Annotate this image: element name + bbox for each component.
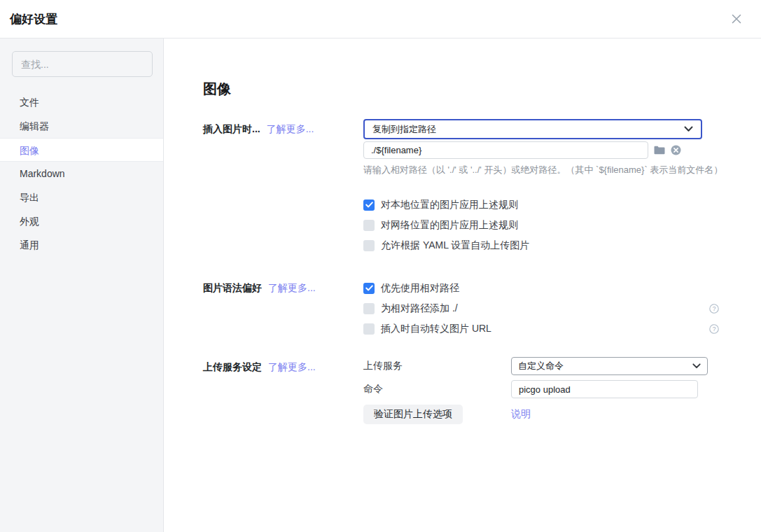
search-input[interactable] (12, 51, 153, 77)
sidebar-item-export[interactable]: 导出 (0, 186, 163, 209)
upload-help-link[interactable]: 说明 (511, 408, 531, 421)
sidebar: 文件 编辑器 图像 Markdown 导出 外观 通用 (0, 38, 164, 532)
window-body: 文件 编辑器 图像 Markdown 导出 外观 通用 图像 插入图片时...了… (0, 38, 761, 532)
page-title: 图像 (203, 80, 761, 97)
insert-action-select[interactable]: 复制到指定路径 (363, 119, 702, 139)
section-image-syntax: 图片语法偏好了解更多... 优先使用相对路径 为相对路径添加 ./ (203, 278, 761, 339)
section-upload-label-group: 上传服务设定了解更多... (203, 357, 363, 424)
question-circle-icon: ? (709, 304, 719, 314)
checkbox-add-dot-slash[interactable] (363, 303, 375, 314)
checkbox-relative-path[interactable] (363, 283, 375, 294)
chevron-down-icon (692, 363, 701, 369)
help-button-escape-url[interactable]: ? (709, 324, 719, 334)
sidebar-item-file[interactable]: 文件 (0, 90, 163, 114)
section-insert-label-group: 插入图片时...了解更多... (203, 119, 363, 255)
section-insert-image: 插入图片时...了解更多... 复制到指定路径 (203, 119, 761, 255)
svg-text:?: ? (713, 305, 716, 312)
insert-action-select-value: 复制到指定路径 (372, 123, 436, 136)
insert-learn-more-link[interactable]: 了解更多... (267, 123, 314, 134)
question-circle-icon: ? (709, 324, 719, 334)
window-title: 偏好设置 (10, 11, 57, 27)
close-icon (731, 13, 742, 24)
checkbox-yaml-upload-label: 允许根据 YAML 设置自动上传图片 (381, 239, 529, 252)
copy-path-input[interactable] (363, 141, 648, 159)
clear-path-button[interactable] (671, 145, 681, 155)
titlebar: 偏好设置 (0, 0, 761, 38)
svg-text:?: ? (713, 326, 716, 332)
validate-row: 验证图片上传选项 说明 (363, 405, 720, 424)
command-row: 命令 (363, 380, 720, 398)
checkbox-yaml-upload[interactable] (363, 240, 375, 251)
path-hint-text: 请输入相对路径（以 './' 或 '../' 开头）或绝对路径。（其中 `${f… (363, 164, 720, 176)
section-upload-controls: 上传服务 自定义命令 命令 验证图片上传选项 (363, 357, 720, 424)
section-upload-service: 上传服务设定了解更多... 上传服务 自定义命令 命令 (203, 357, 761, 424)
folder-icon (654, 146, 665, 155)
checkbox-row-escape-url[interactable]: 插入时自动转义图片 URL ? (363, 318, 720, 339)
checkbox-row-add-dot-slash[interactable]: 为相对路径添加 ./ ? (363, 298, 720, 318)
checkbox-local-images-label: 对本地位置的图片应用上述规则 (381, 199, 518, 211)
checkbox-network-images-label: 对网络位置的图片应用上述规则 (381, 219, 518, 232)
upload-service-select[interactable]: 自定义命令 (511, 357, 708, 375)
close-button[interactable] (729, 12, 743, 26)
upload-service-row: 上传服务 自定义命令 (363, 357, 720, 375)
checkbox-network-images[interactable] (363, 220, 375, 231)
section-syntax-label: 图片语法偏好 (203, 282, 262, 293)
section-syntax-controls: 优先使用相对路径 为相对路径添加 ./ ? (363, 278, 720, 339)
chevron-down-icon (684, 126, 693, 132)
checkbox-row-network-images[interactable]: 对网络位置的图片应用上述规则 (363, 215, 720, 235)
insert-checkbox-group: 对本地位置的图片应用上述规则 对网络位置的图片应用上述规则 (363, 195, 720, 255)
preferences-window: 偏好设置 文件 编辑器 图像 Markdown 导出 外观 通用 图像 插入图片… (0, 0, 761, 532)
checkbox-add-dot-slash-label: 为相对路径添加 ./ (381, 302, 458, 315)
validate-upload-button[interactable]: 验证图片上传选项 (363, 405, 463, 424)
checkbox-row-local-images[interactable]: 对本地位置的图片应用上述规则 (363, 195, 720, 215)
checkbox-row-relative-path[interactable]: 优先使用相对路径 (363, 278, 720, 298)
upload-service-select-value: 自定义命令 (518, 360, 564, 372)
sidebar-item-markdown[interactable]: Markdown (0, 162, 163, 186)
section-syntax-label-group: 图片语法偏好了解更多... (203, 278, 363, 339)
checkbox-local-images[interactable] (363, 200, 375, 211)
upload-learn-more-link[interactable]: 了解更多... (268, 361, 316, 372)
section-upload-label: 上传服务设定 (203, 361, 262, 372)
checkbox-row-yaml-upload[interactable]: 允许根据 YAML 设置自动上传图片 (363, 235, 720, 255)
section-insert-controls: 复制到指定路径 请输入相对路径（以 './ (363, 119, 720, 255)
help-button-add-dot-slash[interactable]: ? (709, 304, 719, 314)
section-insert-label: 插入图片时... (203, 123, 260, 134)
checkbox-escape-url-label: 插入时自动转义图片 URL (381, 323, 491, 335)
sidebar-item-image[interactable]: 图像 (0, 138, 163, 162)
checkbox-escape-url[interactable] (363, 323, 375, 335)
command-label: 命令 (363, 383, 511, 396)
main-panel: 图像 插入图片时...了解更多... 复制到指定路径 (164, 38, 761, 532)
clear-circle-icon (671, 145, 681, 155)
checkmark-icon (365, 285, 373, 291)
syntax-learn-more-link[interactable]: 了解更多... (268, 282, 316, 293)
command-input[interactable] (511, 380, 698, 398)
sidebar-item-appearance[interactable]: 外观 (0, 209, 163, 233)
sidebar-item-editor[interactable]: 编辑器 (0, 114, 163, 138)
path-row (363, 141, 720, 159)
upload-service-label: 上传服务 (363, 360, 511, 372)
checkbox-relative-path-label: 优先使用相对路径 (381, 282, 459, 295)
browse-folder-button[interactable] (654, 146, 665, 155)
checkmark-icon (365, 202, 373, 208)
sidebar-item-general[interactable]: 通用 (0, 233, 163, 257)
sidebar-nav: 文件 编辑器 图像 Markdown 导出 外观 通用 (0, 90, 163, 257)
